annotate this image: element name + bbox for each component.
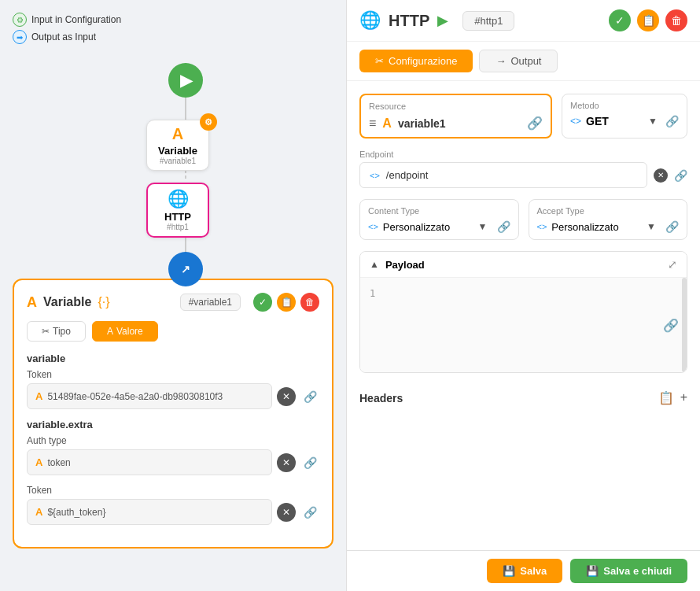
http-copy-btn[interactable]: 📋: [637, 9, 659, 31]
var-authtoken-prefix: A: [35, 506, 42, 518]
payload-link-icon[interactable]: 🔗: [663, 318, 679, 333]
http-panel-title: HTTP: [389, 12, 429, 30]
endpoint-value: /endpoint: [386, 169, 429, 181]
left-panel: ⚙ Input in Configuration ➡ Output as Inp…: [0, 0, 346, 591]
var-token-clear-btn[interactable]: ✕: [277, 387, 296, 406]
var-authtype-field: A token: [27, 449, 272, 475]
salva-chiudi-button[interactable]: 💾 Salva e chiudi: [570, 559, 687, 583]
endpoint-row: <> /endpoint ✕ 🔗: [359, 162, 687, 188]
output-tab-icon: →: [496, 55, 506, 67]
salva-chiudi-icon: 💾: [586, 565, 599, 577]
tab-configurazione[interactable]: ✂ Configurazione: [359, 50, 473, 72]
endpoint-field[interactable]: <> /endpoint: [359, 162, 647, 188]
var-authtoken-clear-btn[interactable]: ✕: [277, 503, 296, 522]
var-copy-btn[interactable]: 📋: [277, 293, 296, 312]
var-authtoken-value: ${auth_token}: [47, 507, 105, 518]
headers-label: Headers: [359, 392, 658, 404]
var-tab-tipo-label: Tipo: [53, 326, 71, 337]
payload-scrollbar[interactable]: [682, 278, 687, 372]
output-tab-label: Output: [510, 55, 541, 67]
http-delete-btn[interactable]: 🗑: [665, 9, 687, 31]
var-id-badge: #variable1: [180, 294, 241, 311]
var-section-variable: variable: [27, 353, 319, 364]
content-type-box: Content Type <> Personalizzato ▼ 🔗: [359, 199, 519, 240]
right-panel: 🌐 HTTP ▶ #http1 ✓ 📋 🗑 ✂ Configurazione →…: [346, 0, 700, 591]
endpoint-group: Endpoint <> /endpoint ✕ 🔗: [359, 150, 687, 188]
output-as-input-icon: ➡: [13, 30, 27, 44]
accept-type-label: Accept Type: [537, 206, 680, 216]
payload-header: ▲ Payload ⤢: [360, 252, 687, 278]
main-container: ⚙ Input in Configuration ➡ Output as Inp…: [0, 0, 700, 591]
bottom-bar: 💾 Salva 💾 Salva e chiudi: [347, 550, 700, 591]
var-token-label: Token: [27, 369, 319, 380]
var-authtype-prefix: A: [35, 456, 42, 468]
var-delete-btn[interactable]: 🗑: [300, 293, 319, 312]
variable-node-id: #variable1: [160, 157, 196, 165]
salva-button[interactable]: 💾 Salva: [487, 559, 562, 583]
flow-canvas: ▶ A Variable #variable1 ⚙ 🌐 HTTP #http1: [13, 57, 333, 269]
tab-output[interactable]: → Output: [479, 50, 558, 72]
http-node-name-badge: #http1: [462, 11, 514, 31]
play-node[interactable]: ▶: [168, 63, 203, 98]
resource-box: Resource ≡ A variable1 🔗: [359, 94, 552, 139]
resource-db-icon: ≡: [369, 116, 376, 131]
payload-line-1: 1: [370, 288, 375, 299]
metodo-box: Metodo <> GET ▼ 🔗: [562, 94, 687, 139]
content-type-arrow[interactable]: ▼: [478, 221, 488, 232]
var-token-field: A 51489fae-052e-4a5e-a2a0-db98030810f3: [27, 383, 272, 409]
var-token-link-btn[interactable]: 🔗: [300, 387, 319, 406]
var-authtype-clear-btn[interactable]: ✕: [277, 453, 296, 472]
var-authtoken-link-btn[interactable]: 🔗: [300, 503, 319, 522]
payload-expand-icon[interactable]: ⤢: [668, 258, 677, 271]
http-globe-icon: 🌐: [359, 10, 381, 31]
resource-inner: ≡ A variable1 🔗: [369, 116, 543, 131]
payload-body[interactable]: 1 🔗: [360, 278, 687, 372]
var-token-row: A 51489fae-052e-4a5e-a2a0-db98030810f3 ✕…: [27, 383, 319, 409]
endpoint-code-icon: <>: [370, 171, 380, 180]
right-header: 🌐 HTTP ▶ #http1 ✓ 📋 🗑: [347, 0, 700, 42]
var-token-value: 51489fae-052e-4a5e-a2a0-db98030810f3: [47, 391, 223, 402]
http-header-actions: ✓ 📋 🗑: [609, 9, 687, 31]
config-input-icon: ⚙: [13, 13, 27, 27]
metodo-name: GET: [586, 115, 643, 127]
endpoint-link-icon[interactable]: 🔗: [674, 169, 687, 182]
endpoint-label: Endpoint: [359, 150, 687, 159]
output-flow-node[interactable]: ↗: [168, 252, 203, 286]
resource-link-icon[interactable]: 🔗: [527, 116, 543, 131]
var-authtype-value: token: [47, 457, 70, 468]
content-type-label: Content Type: [368, 206, 510, 216]
var-header-actions: ✓ 📋 🗑: [253, 293, 319, 312]
http-check-btn[interactable]: ✓: [609, 9, 631, 31]
accept-type-arrow[interactable]: ▼: [647, 221, 656, 232]
var-tab-valore[interactable]: A Valore: [92, 321, 158, 342]
var-tab-tipo[interactable]: ✂ Tipo: [27, 321, 86, 342]
config-tab-label: Configurazione: [389, 55, 457, 67]
headers-row: Headers 📋 +: [359, 384, 687, 412]
metodo-arrow-icon[interactable]: ▼: [648, 116, 658, 127]
http-play-icon[interactable]: ▶: [437, 12, 448, 29]
http-flow-node[interactable]: 🌐 HTTP #http1: [146, 183, 209, 238]
legend-config-label: Input in Configuration: [31, 14, 121, 25]
content-accept-row: Content Type <> Personalizzato ▼ 🔗 Accep…: [359, 199, 687, 240]
payload-section: ▲ Payload ⤢ 1 🔗: [359, 251, 687, 373]
metodo-link-icon[interactable]: 🔗: [665, 115, 679, 127]
var-authtype-link-btn[interactable]: 🔗: [300, 453, 319, 472]
legend-config-item: ⚙ Input in Configuration: [13, 13, 333, 27]
metodo-inner: <> GET ▼ 🔗: [570, 115, 679, 127]
panel-tabs: ✂ Configurazione → Output: [347, 42, 700, 81]
headers-actions: 📋 +: [658, 390, 687, 405]
accept-type-link-icon[interactable]: 🔗: [665, 220, 679, 233]
var-authtoken-field: A ${auth_token}: [27, 499, 272, 525]
endpoint-clear-btn[interactable]: ✕: [654, 168, 668, 183]
var-authtype-label: Auth type: [27, 435, 319, 446]
payload-chevron-icon: ▲: [370, 259, 379, 270]
metodo-label: Metodo: [570, 101, 679, 110]
variable-badge: ⚙: [200, 113, 217, 131]
var-check-btn[interactable]: ✓: [253, 293, 272, 312]
salva-icon: 💾: [503, 565, 515, 577]
variable-flow-node[interactable]: A Variable #variable1 ⚙: [146, 120, 209, 171]
headers-copy-icon[interactable]: 📋: [658, 390, 674, 405]
content-type-link-icon[interactable]: 🔗: [497, 220, 510, 233]
accept-type-inner: <> Personalizzato ▼ 🔗: [537, 220, 680, 233]
headers-add-icon[interactable]: +: [680, 390, 687, 405]
